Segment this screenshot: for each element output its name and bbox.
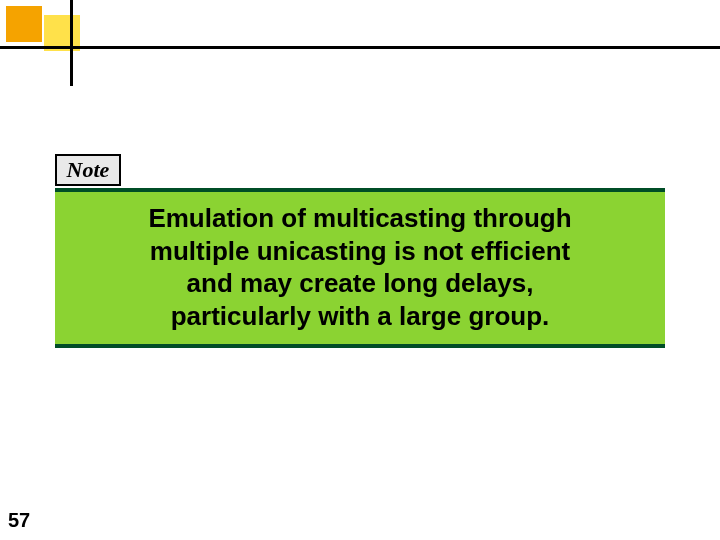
callout-line: Emulation of multicasting through	[83, 202, 637, 235]
callout-line: and may create long delays,	[83, 267, 637, 300]
callout-line: multiple unicasting is not efficient	[83, 235, 637, 268]
vertical-rule	[70, 0, 73, 86]
accent-square-orange	[6, 6, 42, 42]
note-label: Note	[55, 154, 121, 186]
callout-body: Emulation of multicasting through multip…	[55, 192, 665, 344]
callout-line: particularly with a large group.	[83, 300, 637, 333]
note-label-text: Note	[67, 157, 110, 183]
slide: Note Emulation of multicasting through m…	[0, 0, 720, 540]
callout: Emulation of multicasting through multip…	[55, 188, 665, 348]
horizontal-rule	[0, 46, 720, 49]
callout-bottom-bar	[55, 344, 665, 348]
page-number: 57	[8, 509, 30, 532]
